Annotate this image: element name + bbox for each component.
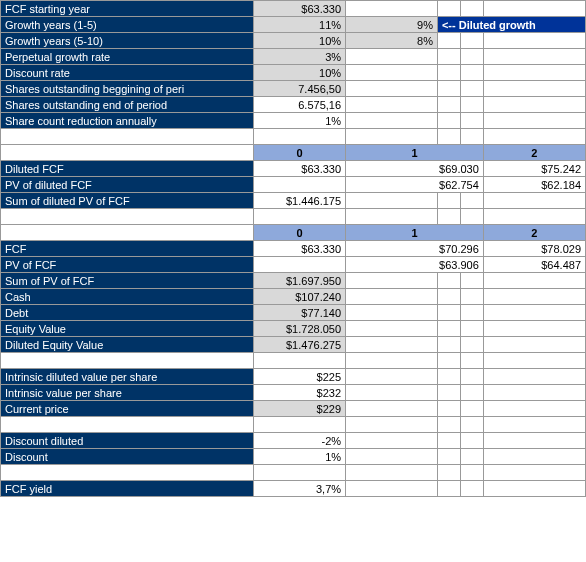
label: Current price xyxy=(1,401,254,417)
row-fcf-start: FCF starting year $63.330 xyxy=(1,1,586,17)
row-fcf: FCF $63.330 $70.296 $78.029 xyxy=(1,241,586,257)
value: 3,7% xyxy=(254,481,346,497)
value: -2% xyxy=(254,433,346,449)
row-intrinsic: Intrinsic value per share $232 xyxy=(1,385,586,401)
row-diluted-fcf: Diluted FCF $63.330 $69.030 $75.242 xyxy=(1,161,586,177)
value: 1% xyxy=(254,113,346,129)
col-2: 2 xyxy=(483,225,585,241)
value: $229 xyxy=(254,401,346,417)
value: $1.728.050 xyxy=(254,321,346,337)
col-2: 2 xyxy=(483,145,585,161)
col-0: 0 xyxy=(254,225,346,241)
row-discount-diluted: Discount diluted -2% xyxy=(1,433,586,449)
col-0: 0 xyxy=(254,145,346,161)
label: Share count reduction annually xyxy=(1,113,254,129)
value: $77.140 xyxy=(254,305,346,321)
val-0: $63.330 xyxy=(254,241,346,257)
value-a: 11% xyxy=(254,17,346,33)
row-current-price: Current price $229 xyxy=(1,401,586,417)
value: 10% xyxy=(254,65,346,81)
row-perpetual: Perpetual growth rate 3% xyxy=(1,49,586,65)
val-1: $63.906 xyxy=(346,257,484,273)
label: Sum of diluted PV of FCF xyxy=(1,193,254,209)
val-2: $75.242 xyxy=(483,161,585,177)
value: $225 xyxy=(254,369,346,385)
dcf-table: FCF starting year $63.330 Growth years (… xyxy=(0,0,586,497)
row-debt: Debt $77.140 xyxy=(1,305,586,321)
value: $1.476.275 xyxy=(254,337,346,353)
val-2: $64.487 xyxy=(483,257,585,273)
row-diluted-equity-value: Diluted Equity Value $1.476.275 xyxy=(1,337,586,353)
row-discount: Discount 1% xyxy=(1,449,586,465)
label: PV of FCF xyxy=(1,257,254,273)
val-0: $63.330 xyxy=(254,161,346,177)
val-2: $78.029 xyxy=(483,241,585,257)
val-1: $70.296 xyxy=(346,241,484,257)
row-sum-pv-fcf: Sum of PV of FCF $1.697.950 xyxy=(1,273,586,289)
label: FCF yield xyxy=(1,481,254,497)
value: $1.697.950 xyxy=(254,273,346,289)
label: Cash xyxy=(1,289,254,305)
label: Perpetual growth rate xyxy=(1,49,254,65)
value-b: 8% xyxy=(346,33,438,49)
label: Diluted Equity Value xyxy=(1,337,254,353)
label: Shares outstanding end of period xyxy=(1,97,254,113)
val-2: $62.184 xyxy=(483,177,585,193)
value: 7.456,50 xyxy=(254,81,346,97)
value: 3% xyxy=(254,49,346,65)
col-1: 1 xyxy=(346,225,484,241)
label: Growth years (5-10) xyxy=(1,33,254,49)
value: $232 xyxy=(254,385,346,401)
value: 6.575,16 xyxy=(254,97,346,113)
label: Intrinsic value per share xyxy=(1,385,254,401)
value: $107.240 xyxy=(254,289,346,305)
row-cash: Cash $107.240 xyxy=(1,289,586,305)
label: Discount rate xyxy=(1,65,254,81)
value-a: 10% xyxy=(254,33,346,49)
value: 1% xyxy=(254,449,346,465)
header-diluted: 0 1 2 xyxy=(1,145,586,161)
label: Debt xyxy=(1,305,254,321)
val-1: $69.030 xyxy=(346,161,484,177)
row-pv-fcf: PV of FCF $63.906 $64.487 xyxy=(1,257,586,273)
label: Discount xyxy=(1,449,254,465)
row-intrinsic-diluted: Intrinsic diluted value per share $225 xyxy=(1,369,586,385)
label: Growth years (1-5) xyxy=(1,17,254,33)
row-share-reduction: Share count reduction annually 1% xyxy=(1,113,586,129)
header-fcf: 0 1 2 xyxy=(1,225,586,241)
label: Sum of PV of FCF xyxy=(1,273,254,289)
row-equity-value: Equity Value $1.728.050 xyxy=(1,321,586,337)
label: Diluted FCF xyxy=(1,161,254,177)
label: Shares outstanding beggining of peri xyxy=(1,81,254,97)
label: FCF starting year xyxy=(1,1,254,17)
row-sum-diluted: Sum of diluted PV of FCF $1.446.175 xyxy=(1,193,586,209)
row-growth-1-5: Growth years (1-5) 11% 9% <-- Diluted gr… xyxy=(1,17,586,33)
note-diluted-growth: <-- Diluted growth xyxy=(437,17,585,33)
value: $63.330 xyxy=(254,1,346,17)
label: Intrinsic diluted value per share xyxy=(1,369,254,385)
row-growth-5-10: Growth years (5-10) 10% 8% xyxy=(1,33,586,49)
label: Discount diluted xyxy=(1,433,254,449)
label: PV of diluted FCF xyxy=(1,177,254,193)
row-shares-begin: Shares outstanding beggining of peri 7.4… xyxy=(1,81,586,97)
row-fcf-yield: FCF yield 3,7% xyxy=(1,481,586,497)
value: $1.446.175 xyxy=(254,193,346,209)
col-1: 1 xyxy=(346,145,484,161)
value-b: 9% xyxy=(346,17,438,33)
row-pv-diluted: PV of diluted FCF $62.754 $62.184 xyxy=(1,177,586,193)
row-discount-rate: Discount rate 10% xyxy=(1,65,586,81)
row-shares-end: Shares outstanding end of period 6.575,1… xyxy=(1,97,586,113)
label: Equity Value xyxy=(1,321,254,337)
val-1: $62.754 xyxy=(346,177,484,193)
label: FCF xyxy=(1,241,254,257)
